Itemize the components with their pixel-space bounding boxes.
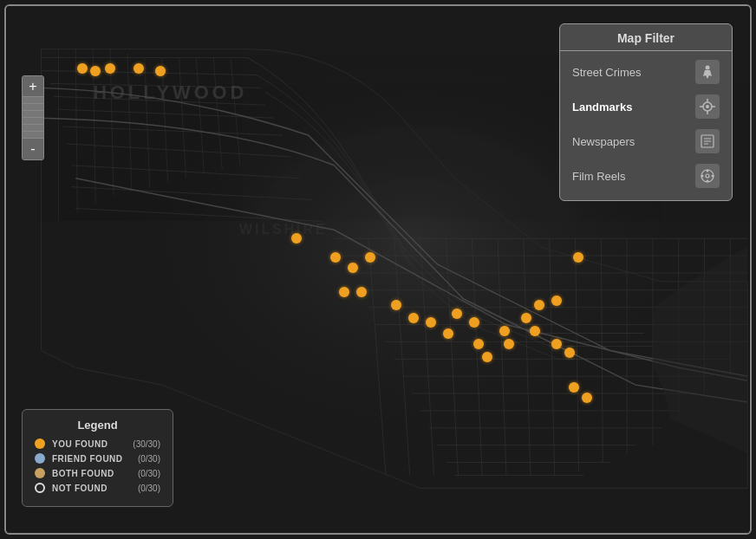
svg-point-17 [707,170,709,172]
map-pin-29[interactable] [573,252,583,263]
zoom-out-button[interactable]: - [23,139,43,159]
legend-label-friend-found: FRIEND FOUND [52,454,131,464]
map-pin-28[interactable] [582,393,592,403]
map-pin-25[interactable] [551,339,562,349]
map-pin-9[interactable] [339,287,349,297]
zoom-level-2 [23,104,43,111]
map-pin-20[interactable] [504,339,514,349]
map-pin-23[interactable] [534,300,544,310]
svg-point-16 [706,174,709,178]
map-pin-5[interactable] [291,233,302,244]
legend-friend-found: FRIEND FOUND (0/30) [35,453,160,464]
map-filter-panel: Map Filter Street Crimes Landmarks [559,23,733,201]
map-pin-12[interactable] [408,313,419,323]
legend-panel: Legend YOU FOUND (30/30) FRIEND FOUND (0… [22,409,173,507]
filter-street-crimes-icon [695,60,720,84]
filter-newspapers-label: Newspapers [572,135,635,148]
map-pin-3[interactable] [134,63,144,74]
legend-dot-both-found [35,468,45,478]
map-pin-27[interactable] [569,382,579,393]
zoom-in-button[interactable]: + [23,76,43,97]
map-pin-13[interactable] [426,317,436,328]
map-pin-21[interactable] [521,313,531,323]
legend-dot-friend-found [35,453,45,464]
filter-landmarks[interactable]: Landmarks [560,89,732,124]
zoom-level-1 [23,97,43,104]
map-pin-17[interactable] [473,339,484,349]
filter-newspapers[interactable]: Newspapers [560,124,732,159]
filter-street-crimes[interactable]: Street Crimes [560,55,732,89]
filter-film-reels-icon [695,164,720,188]
filter-film-reels-label: Film Reels [572,170,625,183]
map-pin-22[interactable] [530,326,540,336]
legend-label-you-found: YOU FOUND [52,439,126,449]
map-pin-10[interactable] [356,287,367,297]
map-pin-0[interactable] [77,63,88,74]
map-pin-14[interactable] [443,328,453,339]
map-pin-19[interactable] [499,326,510,336]
map-pin-16[interactable] [469,317,479,328]
map-pin-26[interactable] [564,347,575,358]
map-pin-24[interactable] [551,295,562,306]
legend-label-both-found: BOTH FOUND [52,469,131,478]
legend-label-not-found: NOT FOUND [52,484,131,493]
filter-newspapers-icon [695,129,720,153]
legend-not-found: NOT FOUND (0/30) [35,483,160,493]
map-pin-18[interactable] [482,352,492,362]
svg-point-4 [706,66,710,70]
svg-text:WILSHIRE: WILSHIRE [239,222,327,237]
svg-point-20 [712,175,714,178]
legend-both-found: BOTH FOUND (0/30) [35,468,160,478]
filter-landmarks-label: Landmarks [572,101,632,114]
legend-count-both-found: (0/30) [138,469,160,478]
legend-you-found: YOU FOUND (30/30) [35,438,160,449]
map-pin-7[interactable] [348,263,358,273]
legend-dot-you-found [35,438,45,449]
map-pin-15[interactable] [452,308,462,319]
zoom-level-4 [23,118,43,125]
filter-landmarks-icon [695,94,720,119]
zoom-level-3 [23,111,43,118]
filter-film-reels[interactable]: Film Reels [560,159,732,193]
legend-count-you-found: (30/30) [133,439,160,449]
zoom-controls: + - [22,75,44,160]
map-pin-4[interactable] [155,66,166,76]
map-pin-8[interactable] [365,252,375,263]
map-pin-2[interactable] [105,63,115,74]
legend-count-friend-found: (0/30) [138,454,160,464]
map-pin-1[interactable] [90,66,101,76]
legend-count-not-found: (0/30) [138,484,160,493]
svg-point-19 [701,175,704,178]
svg-point-5 [706,105,709,108]
legend-dot-not-found [35,483,45,493]
zoom-level-5 [23,125,43,132]
legend-title: Legend [35,419,160,432]
map-pin-6[interactable] [330,252,341,263]
zoom-level-6 [23,132,43,139]
svg-point-18 [707,180,709,183]
filter-street-crimes-label: Street Crimes [572,66,641,79]
app-container: HOLLYWOOD WILSHIRE + - [4,4,752,535]
map-pin-11[interactable] [391,300,401,310]
map-filter-title: Map Filter [560,24,732,51]
